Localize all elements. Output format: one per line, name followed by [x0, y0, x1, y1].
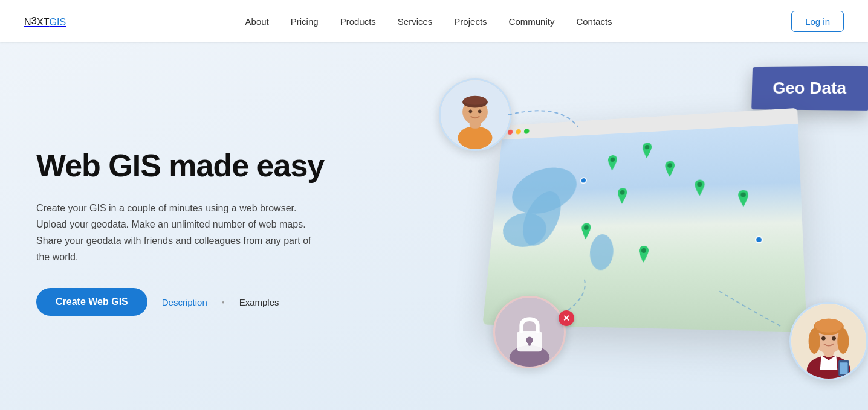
nav-community[interactable]: Community [498, 0, 566, 42]
logo-gis: GIS [49, 17, 66, 27]
svg-point-15 [478, 109, 482, 113]
login-button[interactable]: Log in [791, 11, 844, 32]
nav-pricing[interactable]: Pricing [280, 0, 329, 42]
map-pin-1 [606, 155, 619, 171]
blue-dot-map [580, 177, 588, 184]
nav-products[interactable]: Products [329, 0, 387, 42]
examples-link[interactable]: Examples [239, 297, 279, 307]
hero-actions: Create Web GIS Description ● Examples [36, 288, 375, 316]
avatar-woman [789, 302, 868, 380]
svg-point-29 [821, 336, 826, 341]
map-dot-yellow [516, 129, 521, 135]
logo-next: N3XT [24, 17, 49, 27]
avatar-man [439, 78, 511, 151]
nav-about[interactable]: About [235, 0, 280, 42]
map-pin-2 [640, 143, 653, 158]
blue-dot-map-2 [755, 236, 763, 244]
hero-description: Create your GIS in a couple of minutes u… [36, 200, 326, 266]
header: N3XTGIS About Pricing Products Services … [0, 0, 868, 42]
svg-point-27 [809, 328, 820, 354]
map-dot-green [524, 129, 530, 134]
main-nav: About Pricing Products Services Projects… [66, 0, 791, 42]
map-pin-6 [579, 223, 592, 239]
svg-point-13 [464, 96, 487, 105]
x-badge: ✕ [559, 310, 574, 326]
create-web-gis-button[interactable]: Create Web GIS [36, 288, 147, 316]
hero-illustration: Geo Data [409, 54, 868, 405]
svg-rect-32 [840, 362, 847, 374]
hero-title: Web GIS made easy [36, 149, 375, 183]
nav-contacts[interactable]: Contacts [565, 0, 623, 42]
bullet-separator: ● [222, 299, 225, 305]
description-link[interactable]: Description [162, 297, 207, 307]
svg-point-26 [815, 319, 843, 333]
svg-point-14 [469, 109, 473, 113]
svg-point-30 [832, 336, 836, 341]
svg-rect-20 [528, 340, 531, 346]
map-pin-5 [693, 179, 706, 196]
water-blob-4 [589, 234, 614, 270]
hero-content: Web GIS made easy Create your GIS in a c… [36, 149, 375, 316]
svg-point-9 [458, 126, 493, 149]
avatar-lock [493, 296, 566, 368]
geo-data-banner: Geo Data [751, 66, 868, 111]
nav-projects[interactable]: Projects [443, 0, 497, 42]
svg-point-28 [837, 328, 849, 354]
map-pin-8 [736, 190, 751, 207]
hero-section: Web GIS made easy Create your GIS in a c… [0, 42, 868, 410]
nav-services[interactable]: Services [387, 0, 444, 42]
map-pin-3 [663, 161, 676, 177]
map-dot-red [507, 130, 513, 135]
map-pin-4 [615, 188, 629, 204]
map-pin-7 [636, 246, 650, 263]
logo[interactable]: N3XTGIS [24, 15, 66, 28]
